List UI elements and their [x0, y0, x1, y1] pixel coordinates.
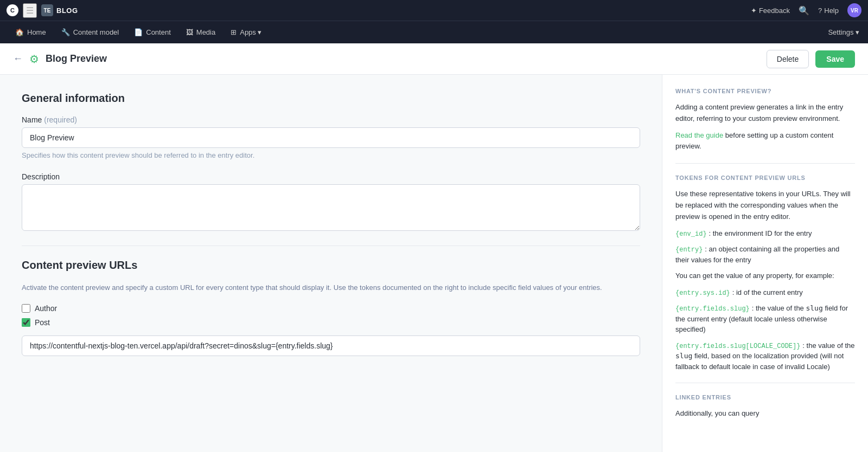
checkbox-group: Author Post — [22, 304, 640, 327]
post-label: Post — [35, 318, 50, 327]
token-entry-fields-slug: {entry.fields.slug} : the value of the s… — [675, 303, 855, 335]
urls-title: Content preview URLs — [22, 259, 640, 272]
panel-divider-1 — [675, 163, 855, 164]
linked-entries-section: LINKED ENTRIES Additionally, you can que… — [675, 394, 855, 419]
main-layout: General information Name (required) Spec… — [0, 75, 868, 452]
urls-subtitle: Activate the content preview and specify… — [22, 282, 640, 293]
token-entry-sys-id: {entry.sys.id} : id of the current entry — [675, 287, 855, 298]
nav-item-home[interactable]: 🏠 Home — [9, 25, 53, 40]
tokens-title: TOKENS FOR CONTENT PREVIEW URLS — [675, 175, 855, 181]
read-guide-link[interactable]: Read the guide — [675, 131, 723, 139]
logo: C — [7, 4, 18, 16]
home-icon: 🏠 — [15, 28, 24, 36]
settings-button[interactable]: Settings ▾ — [828, 28, 859, 36]
whats-preview-section: WHAT'S CONTENT PREVIEW? Adding a content… — [675, 88, 855, 152]
nav-item-content[interactable]: 📄 Content — [127, 25, 177, 40]
save-button[interactable]: Save — [815, 50, 855, 68]
feedback-button[interactable]: ✦ Feedback — [751, 7, 790, 15]
back-button[interactable]: ← — [13, 53, 23, 64]
name-required: (required) — [44, 115, 77, 124]
space-name: BLOG — [56, 7, 78, 15]
description-group: Description — [22, 172, 640, 233]
topbar-right: ✦ Feedback 🔍 ? Help VR — [751, 3, 861, 17]
linked-entries-title: LINKED ENTRIES — [675, 394, 855, 401]
help-button[interactable]: ? Help — [818, 7, 839, 15]
section-divider — [22, 246, 640, 246]
description-textarea[interactable] — [22, 184, 640, 231]
page-header: ← ⚙ Blog Preview Delete Save — [0, 43, 868, 75]
token-entry: {entry} : an object containing all the p… — [675, 244, 855, 265]
url-input[interactable] — [22, 335, 640, 356]
post-checkbox[interactable] — [22, 318, 30, 327]
panel-divider-2 — [675, 383, 855, 383]
name-label: Name (required) — [22, 115, 640, 124]
search-button[interactable]: 🔍 — [799, 5, 809, 16]
checkbox-post[interactable]: Post — [22, 318, 640, 327]
media-icon: 🖼 — [186, 28, 193, 36]
name-group: Name (required) Specifies how this conte… — [22, 115, 640, 159]
description-label: Description — [22, 172, 640, 181]
navbar: 🏠 Home 🔧 Content model 📄 Content 🖼 Media… — [0, 21, 868, 43]
page-title: Blog Preview — [46, 53, 760, 64]
token-entry-fields-slug-locale: {entry.fields.slug[LOCALE_CODE]} : the v… — [675, 340, 855, 372]
token-env-id: {env_id} : the environment ID for the en… — [675, 228, 855, 239]
user-avatar[interactable]: VR — [847, 3, 861, 17]
author-checkbox[interactable] — [22, 304, 30, 313]
whats-preview-title: WHAT'S CONTENT PREVIEW? — [675, 88, 855, 94]
content-icon: 📄 — [134, 28, 143, 36]
nav-items: 🏠 Home 🔧 Content model 📄 Content 🖼 Media… — [9, 25, 828, 40]
nav-item-apps[interactable]: ⊞ Apps ▾ — [224, 25, 268, 40]
page-icon: ⚙ — [29, 53, 39, 66]
general-info-title: General information — [22, 92, 640, 105]
checkbox-author[interactable]: Author — [22, 304, 640, 313]
name-input[interactable] — [22, 127, 640, 148]
author-label: Author — [35, 304, 57, 313]
space-avatar: TE — [41, 4, 53, 16]
tokens-section: TOKENS FOR CONTENT PREVIEW URLS Use thes… — [675, 175, 855, 372]
topbar: C ☰ TE BLOG ✦ Feedback 🔍 ? Help VR — [0, 0, 868, 21]
nav-item-content-model[interactable]: 🔧 Content model — [55, 25, 126, 40]
delete-button[interactable]: Delete — [767, 50, 809, 68]
apps-icon: ⊞ — [231, 28, 237, 36]
feedback-star-icon: ✦ — [751, 7, 757, 15]
hamburger-button[interactable]: ☰ — [23, 3, 37, 18]
space-badge: TE BLOG — [41, 4, 78, 16]
sidebar-panel: WHAT'S CONTENT PREVIEW? Adding a content… — [662, 75, 868, 452]
linked-entries-text: Additionally, you can query — [675, 408, 855, 419]
tokens-desc: Use these representative tokens in your … — [675, 189, 855, 222]
help-icon: ? — [818, 7, 822, 15]
content-model-icon: 🔧 — [61, 28, 70, 36]
content-area: General information Name (required) Spec… — [0, 75, 662, 452]
whats-preview-text1: Adding a content preview generates a lin… — [675, 102, 855, 125]
example-intro: You can get the value of any property, f… — [675, 270, 855, 282]
whats-preview-link-text: Read the guide before setting up a custo… — [675, 130, 855, 153]
nav-item-media[interactable]: 🖼 Media — [180, 25, 222, 40]
name-hint: Specifies how this content preview shoul… — [22, 151, 640, 159]
